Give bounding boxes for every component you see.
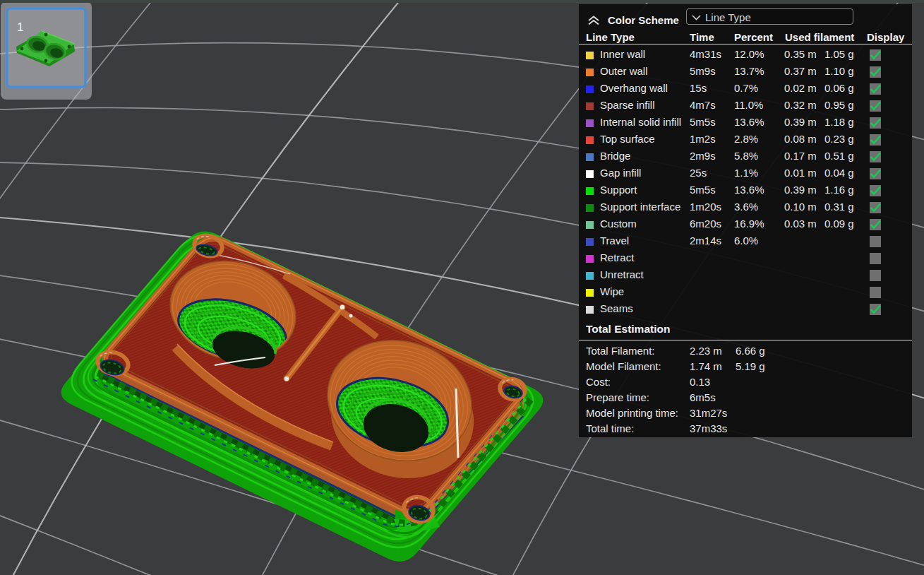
svg-text:1: 1 — [17, 20, 23, 34]
